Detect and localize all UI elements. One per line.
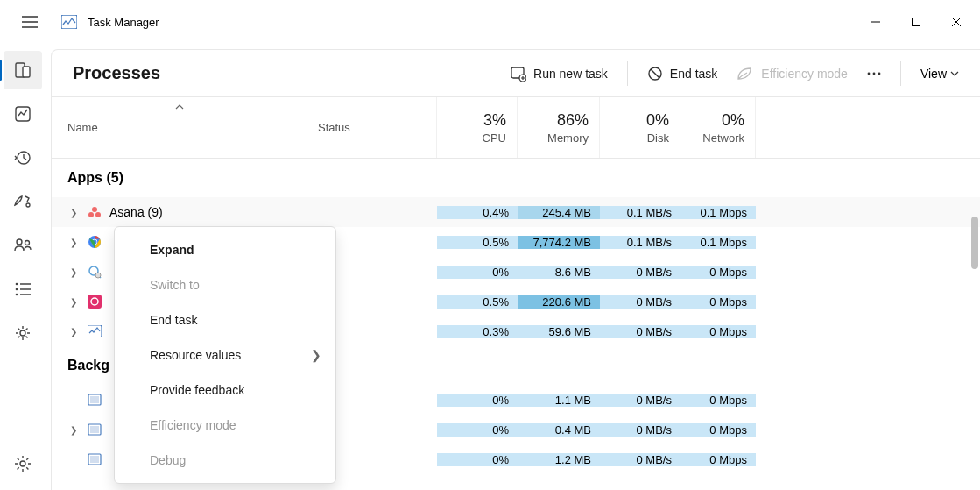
svg-point-17: [868, 72, 871, 75]
history-icon: [14, 149, 32, 167]
hamburger-icon[interactable]: [11, 3, 49, 41]
column-memory[interactable]: 86%Memory: [518, 97, 600, 158]
details-icon: [14, 282, 32, 296]
toolbar-divider: [900, 61, 901, 86]
chevron-right-icon[interactable]: ❯: [67, 425, 80, 435]
nav-processes[interactable]: [4, 51, 42, 89]
menu-resource-values[interactable]: Resource values ❯: [115, 337, 335, 373]
run-task-icon: [511, 66, 526, 82]
title-bar: Task Manager: [0, 0, 980, 44]
gear-icon: [14, 455, 32, 472]
svg-point-13: [20, 461, 25, 466]
view-button[interactable]: View: [920, 67, 959, 81]
disk-value: 0 MB/s: [600, 325, 680, 338]
generic-app-icon: [87, 264, 102, 280]
services-icon: [14, 324, 32, 342]
startup-icon: [13, 193, 32, 210]
table-header: Name Status 3%CPU 86%Memory 0%Disk 0%Net…: [52, 97, 980, 159]
run-new-task-button[interactable]: Run new task: [511, 66, 608, 82]
menu-provide-feedback[interactable]: Provide feedback: [115, 373, 335, 408]
menu-expand[interactable]: Expand: [115, 232, 335, 267]
svg-rect-34: [90, 426, 99, 433]
svg-point-9: [16, 283, 18, 286]
group-apps[interactable]: Apps (5): [52, 159, 980, 197]
svg-point-19: [878, 72, 881, 75]
nav-details[interactable]: [4, 270, 42, 309]
svg-point-22: [95, 212, 101, 217]
context-menu: Expand Switch to End task Resource value…: [114, 226, 336, 484]
nav-startup-apps[interactable]: [4, 182, 42, 221]
network-value: 0 Mbps: [680, 295, 756, 309]
svg-point-12: [20, 330, 25, 336]
service-icon: [87, 422, 102, 437]
service-icon: [87, 451, 102, 467]
memory-value: 8.6 MB: [518, 266, 600, 279]
svg-rect-28: [88, 295, 102, 309]
disk-value: 0 MB/s: [600, 453, 680, 466]
column-status[interactable]: Status: [307, 97, 437, 158]
network-value: 0 Mbps: [680, 266, 756, 279]
end-task-button[interactable]: End task: [647, 66, 717, 82]
svg-point-18: [873, 72, 876, 75]
toolbar-divider: [627, 61, 628, 86]
more-icon: [867, 72, 881, 75]
column-network[interactable]: 0%Network: [680, 97, 756, 158]
vertical-scrollbar[interactable]: [971, 217, 978, 269]
chevron-right-icon[interactable]: ❯: [67, 267, 80, 277]
network-value: 0.1 Mbps: [680, 236, 756, 249]
nav-settings[interactable]: [4, 444, 42, 483]
column-disk[interactable]: 0%Disk: [600, 97, 680, 158]
memory-value: 220.6 MB: [518, 295, 600, 309]
service-icon: [87, 392, 102, 408]
processes-icon: [14, 61, 32, 79]
chevron-down-icon: [950, 71, 959, 76]
svg-point-7: [17, 239, 22, 245]
nav-app-history[interactable]: [4, 138, 42, 177]
disk-value: 0 MB/s: [600, 266, 680, 279]
menu-switch-to: Switch to: [115, 267, 335, 302]
chevron-right-icon[interactable]: ❯: [67, 327, 80, 337]
svg-rect-32: [90, 396, 99, 403]
menu-debug: Debug: [115, 443, 335, 478]
svg-point-21: [88, 212, 94, 217]
disk-value: 0 MB/s: [600, 394, 680, 407]
memory-value: 0.4 MB: [518, 423, 600, 437]
page-title: Processes: [73, 63, 160, 83]
svg-rect-36: [90, 456, 99, 463]
chrome-icon: [87, 234, 102, 250]
chevron-right-icon[interactable]: ❯: [67, 297, 80, 307]
memory-value: 245.4 MB: [518, 206, 600, 219]
svg-point-20: [92, 207, 97, 212]
svg-point-10: [16, 288, 18, 291]
nav-performance[interactable]: [4, 95, 42, 133]
end-task-icon: [647, 66, 663, 82]
nav-services[interactable]: [4, 314, 42, 352]
more-button[interactable]: [867, 72, 881, 75]
svg-point-8: [25, 241, 30, 245]
column-name[interactable]: Name: [52, 97, 307, 158]
maximize-button[interactable]: [896, 7, 936, 37]
menu-end-task[interactable]: End task: [115, 302, 335, 337]
column-cpu[interactable]: 3%CPU: [437, 97, 518, 158]
process-name: Asana (9): [109, 205, 163, 219]
chevron-right-icon: ❯: [311, 348, 321, 362]
left-nav: [0, 44, 46, 490]
disk-value: 0.1 MB/s: [600, 236, 680, 249]
minimize-button[interactable]: [856, 7, 896, 37]
taskmgr-icon: [87, 323, 102, 339]
network-value: 0 Mbps: [680, 394, 756, 407]
cpu-value: 0.3%: [437, 325, 518, 338]
network-value: 0 Mbps: [680, 423, 756, 437]
svg-rect-3: [23, 67, 30, 77]
close-button[interactable]: [936, 7, 976, 37]
chevron-right-icon[interactable]: ❯: [67, 208, 80, 217]
nav-users[interactable]: [4, 226, 42, 265]
network-value: 0.1 Mbps: [680, 206, 756, 219]
chevron-right-icon[interactable]: ❯: [67, 238, 80, 247]
svg-rect-1: [913, 18, 920, 26]
efficiency-mode-button: Efficiency mode: [737, 67, 848, 81]
app-icon: [61, 14, 77, 30]
memory-value: 1.2 MB: [518, 453, 600, 466]
table-row[interactable]: ❯ Asana (9) 0.4% 245.4 MB 0.1 MB/s 0.1 M…: [52, 197, 980, 227]
cpu-value: 0.4%: [437, 206, 518, 219]
